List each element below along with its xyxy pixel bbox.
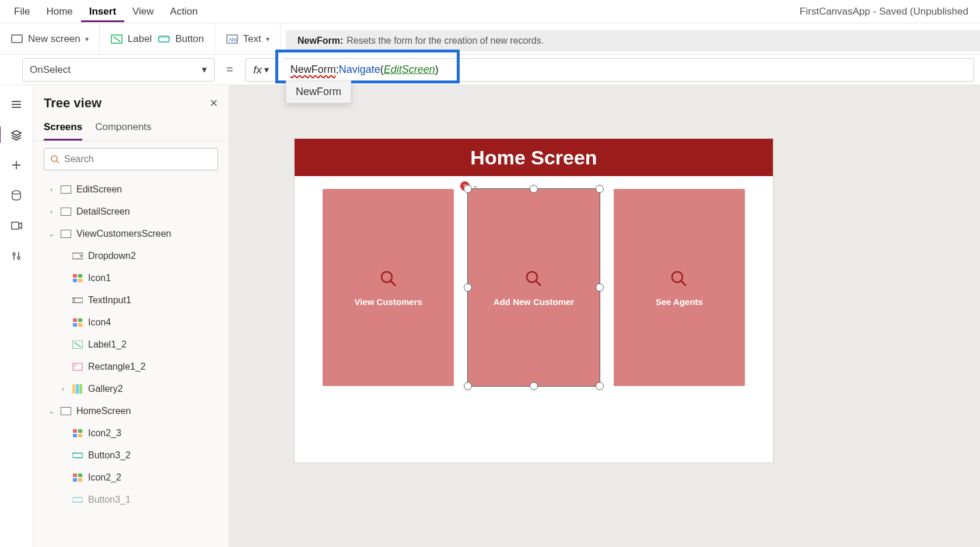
- svg-text:Abc: Abc: [229, 37, 238, 43]
- tree-node-label: Rectangle1_2: [88, 362, 146, 372]
- tree-node-button3-2[interactable]: Button3_2: [33, 444, 229, 467]
- close-icon[interactable]: ✕: [209, 97, 218, 110]
- formula-input[interactable]: NewForm;Navigate(EditScreen): [284, 58, 974, 82]
- tree-node-dropdown2[interactable]: Dropdown2: [33, 245, 229, 267]
- device-preview[interactable]: Home Screen View Customers ✕ ⌄ Add New C…: [295, 139, 773, 462]
- tree-node-homescreen[interactable]: ⌄ HomeScreen: [33, 400, 229, 422]
- chevron-down-icon: ▾: [85, 35, 89, 43]
- resize-handle[interactable]: [596, 382, 604, 390]
- chevron-down-icon: ▾: [202, 64, 207, 76]
- chevron-down-icon[interactable]: ⌄: [47, 230, 55, 238]
- tree-node-rectangle1-2[interactable]: Rectangle1_2: [33, 356, 229, 378]
- label-button[interactable]: Label: [110, 33, 152, 45]
- svg-rect-0: [12, 35, 22, 43]
- resize-handle[interactable]: [464, 185, 472, 193]
- property-selector[interactable]: OnSelect ▾: [22, 58, 215, 82]
- tree-node-label: Dropdown2: [88, 251, 136, 261]
- resize-handle[interactable]: [530, 185, 538, 193]
- hamburger-icon[interactable]: [9, 97, 24, 112]
- tab-screens[interactable]: Screens: [44, 115, 82, 141]
- icon-control-icon: [72, 427, 83, 439]
- tab-components[interactable]: Components: [95, 115, 151, 141]
- tree-node-label: DetailScreen: [76, 206, 130, 217]
- button-icon: [72, 450, 83, 461]
- gallery-icon: [72, 383, 83, 395]
- data-icon[interactable]: [9, 188, 24, 203]
- tree-node-textinput1[interactable]: TextInput1: [33, 289, 229, 311]
- tree-list[interactable]: › EditScreen › DetailScreen ⌄ ViewCustom…: [33, 177, 229, 547]
- tree-node-icon2-3[interactable]: Icon2_3: [33, 422, 229, 444]
- menu-file[interactable]: File: [6, 1, 38, 22]
- resize-handle[interactable]: [530, 382, 538, 390]
- svg-rect-27: [73, 429, 77, 433]
- label-icon: [72, 339, 83, 350]
- tree-node-icon4[interactable]: Icon4: [33, 311, 229, 334]
- tree-node-label: ViewCustomersScreen: [76, 229, 171, 239]
- tile-see-agents[interactable]: See Agents: [614, 189, 745, 386]
- label-button-text: Label: [128, 33, 152, 45]
- svg-rect-17: [73, 318, 77, 322]
- menu-insert[interactable]: Insert: [81, 1, 124, 22]
- svg-rect-22: [73, 363, 82, 370]
- tile-add-customer[interactable]: ✕ ⌄ Add New Customer: [468, 189, 599, 386]
- text-button[interactable]: Abc Text ▾: [226, 33, 270, 45]
- chevron-right-icon[interactable]: ›: [47, 185, 55, 194]
- menu-home[interactable]: Home: [38, 1, 80, 22]
- svg-rect-7: [12, 222, 19, 229]
- search-input[interactable]: [64, 154, 212, 164]
- menu-view[interactable]: View: [124, 1, 162, 22]
- insert-icon[interactable]: [9, 157, 24, 173]
- icon-control-icon: [72, 317, 83, 328]
- tree-node-label: Label1_2: [88, 339, 127, 350]
- intellisense-popup[interactable]: NewForm: [286, 80, 351, 103]
- tree-tabs: Screens Components: [33, 115, 229, 141]
- chevron-right-icon[interactable]: ›: [59, 385, 67, 393]
- chevron-down-icon: ▾: [264, 64, 269, 75]
- intellisense-item[interactable]: NewForm: [296, 86, 341, 97]
- resize-handle[interactable]: [596, 185, 604, 193]
- svg-rect-36: [72, 497, 83, 502]
- tree-search-box[interactable]: [44, 148, 218, 170]
- resize-handle[interactable]: [464, 283, 472, 292]
- screen-icon: [10, 33, 23, 45]
- text-button-text: Text: [243, 33, 261, 45]
- advanced-tools-icon[interactable]: [9, 248, 24, 264]
- svg-rect-28: [78, 429, 82, 433]
- icon-control-icon: [72, 472, 83, 483]
- tree-node-icon1[interactable]: Icon1: [33, 267, 229, 289]
- tree-view-pane: Tree view ✕ Screens Components › EditScr…: [33, 85, 229, 547]
- chevron-right-icon[interactable]: ›: [47, 208, 55, 216]
- tree-view-icon[interactable]: [9, 127, 24, 142]
- svg-rect-14: [73, 279, 77, 282]
- tree-node-gallery2[interactable]: › Gallery2: [33, 378, 229, 400]
- menu-action[interactable]: Action: [162, 1, 206, 22]
- tile-view-customers[interactable]: View Customers: [323, 189, 454, 386]
- chevron-down-icon[interactable]: ⌄: [473, 181, 478, 190]
- tree-node-label1-2[interactable]: Label1_2: [33, 334, 229, 356]
- tile-label: Add New Customer: [494, 297, 574, 307]
- tree-node-icon2-2[interactable]: Icon2_2: [33, 467, 229, 489]
- tooltip-name: NewForm:: [298, 36, 343, 46]
- tree-node-button3-1[interactable]: Button3_1: [33, 489, 229, 511]
- screen-icon: [60, 228, 72, 240]
- formula-token-close: ): [435, 64, 439, 76]
- tree-node-label: EditScreen: [76, 184, 122, 195]
- button-button[interactable]: Button: [158, 33, 204, 45]
- svg-point-6: [12, 191, 20, 194]
- new-screen-button[interactable]: New screen ▾: [10, 33, 89, 45]
- tree-node-detailscreen[interactable]: › DetailScreen: [33, 201, 229, 223]
- tree-node-viewcustomers[interactable]: ⌄ ViewCustomersScreen: [33, 223, 229, 245]
- media-icon[interactable]: [9, 218, 24, 233]
- svg-point-9: [18, 257, 20, 259]
- tree-node-editscreen[interactable]: › EditScreen: [33, 178, 229, 201]
- resize-handle[interactable]: [464, 382, 472, 390]
- fx-icon: fx: [253, 64, 262, 76]
- resize-handle[interactable]: [596, 283, 604, 292]
- tree-node-label: Icon2_2: [88, 472, 121, 483]
- fx-button[interactable]: fx ▾: [245, 58, 278, 82]
- canvas-area[interactable]: Home Screen View Customers ✕ ⌄ Add New C…: [229, 85, 980, 547]
- tile-label: See Agents: [656, 297, 703, 307]
- svg-rect-3: [159, 36, 169, 38]
- chevron-down-icon[interactable]: ⌄: [47, 407, 55, 415]
- property-selected: OnSelect: [30, 64, 71, 76]
